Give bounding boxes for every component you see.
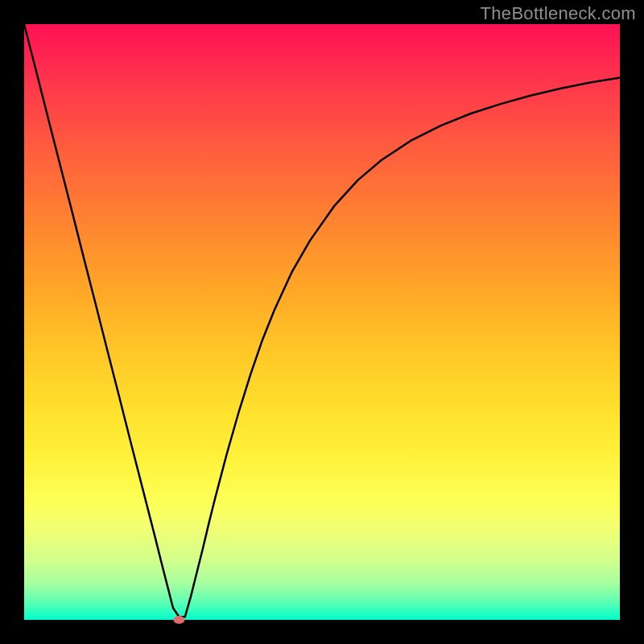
minimum-marker bbox=[173, 616, 184, 624]
bottleneck-curve bbox=[24, 24, 620, 617]
plot-area bbox=[24, 24, 620, 620]
chart-frame: TheBottleneck.com bbox=[0, 0, 644, 644]
watermark-text: TheBottleneck.com bbox=[481, 3, 636, 24]
chart-svg bbox=[24, 24, 620, 620]
